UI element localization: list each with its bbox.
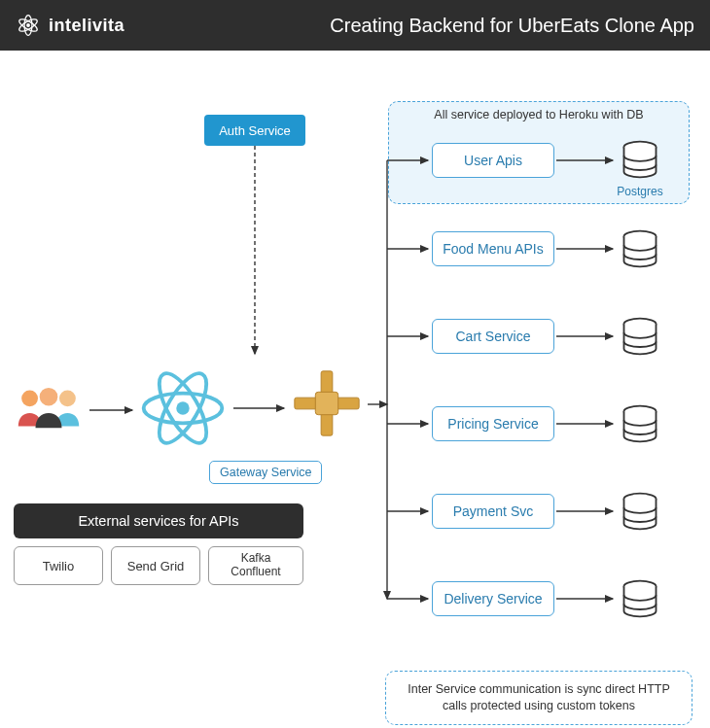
logo-icon: [16, 13, 41, 38]
gateway-icon: [289, 365, 365, 441]
sendgrid-box: Send Grid: [111, 546, 200, 585]
twilio-box: Twilio: [14, 546, 103, 585]
food-menu-apis-node: Food Menu APIs: [432, 231, 554, 266]
svg-point-11: [59, 390, 76, 406]
db-icon: [619, 227, 661, 270]
external-services-title: External services for APIs: [14, 503, 303, 538]
postgres-label: Postgres: [615, 185, 665, 198]
svg-point-16: [176, 401, 189, 414]
cart-service-node: Cart Service: [432, 319, 554, 354]
svg-point-0: [26, 23, 30, 27]
db-icon: [619, 315, 661, 358]
page-title: Creating Backend for UberEats Clone App: [124, 15, 694, 37]
brand-name: intelivita: [49, 16, 124, 36]
db-icon: [619, 577, 661, 620]
db-icon: [619, 138, 661, 181]
svg-point-10: [21, 390, 38, 406]
brand-logo: intelivita: [16, 13, 124, 38]
gateway-service-label: Gateway Service: [209, 461, 322, 484]
db-icon: [619, 402, 661, 445]
footer-note: Inter Service communication is sync dire…: [385, 671, 692, 725]
delivery-service-node: Delivery Service: [432, 581, 554, 616]
svg-point-12: [40, 388, 58, 406]
kafka-box: Kafka Confluent: [208, 546, 303, 585]
auth-service-label: Auth Service: [219, 123, 291, 138]
architecture-diagram: Auth Service All service deployed to Her…: [0, 51, 710, 728]
user-apis-node: User Apis: [432, 143, 554, 178]
svg-rect-19: [315, 392, 337, 414]
payment-svc-node: Payment Svc: [432, 494, 554, 529]
users-icon: [12, 384, 86, 433]
heroku-note: All service deployed to Heroku with DB: [389, 108, 689, 121]
db-icon: [619, 490, 661, 533]
header: intelivita Creating Backend for UberEats…: [0, 0, 710, 51]
react-icon: [136, 362, 230, 455]
auth-service-node: Auth Service: [204, 115, 305, 146]
pricing-service-node: Pricing Service: [432, 406, 554, 441]
